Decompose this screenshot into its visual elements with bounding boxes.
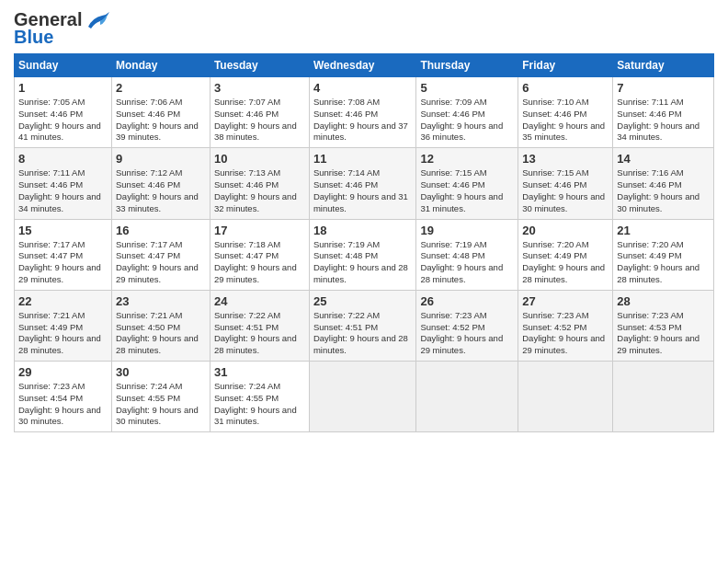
calendar-cell: 14 Sunrise: 7:16 AM Sunset: 4:46 PM Dayl… <box>613 148 714 219</box>
sunrise-label: Sunrise: 7:19 AM <box>313 239 380 249</box>
daylight-label: Daylight: 9 hours and 30 minutes. <box>617 191 700 213</box>
day-number: 24 <box>214 294 305 308</box>
sunset-label: Sunset: 4:55 PM <box>116 393 180 403</box>
calendar-header-row: SundayMondayTuesdayWednesdayThursdayFrid… <box>15 54 714 77</box>
cell-content: Sunrise: 7:10 AM Sunset: 4:46 PM Dayligh… <box>522 97 609 144</box>
sunrise-label: Sunrise: 7:14 AM <box>313 167 380 178</box>
calendar-week-row: 15 Sunrise: 7:17 AM Sunset: 4:47 PM Dayl… <box>15 219 714 290</box>
cell-content: Sunrise: 7:17 AM Sunset: 4:47 PM Dayligh… <box>116 239 206 286</box>
sunset-label: Sunset: 4:49 PM <box>522 250 586 260</box>
sunset-label: Sunset: 4:46 PM <box>116 179 180 190</box>
sunset-label: Sunset: 4:54 PM <box>18 393 83 403</box>
daylight-label: Daylight: 9 hours and 29 minutes. <box>214 262 297 284</box>
day-number: 11 <box>313 152 412 166</box>
calendar-cell: 27 Sunrise: 7:23 AM Sunset: 4:52 PM Dayl… <box>518 290 613 361</box>
calendar-cell: 9 Sunrise: 7:12 AM Sunset: 4:46 PM Dayli… <box>112 148 210 219</box>
sunset-label: Sunset: 4:51 PM <box>214 322 279 332</box>
daylight-label: Daylight: 9 hours and 30 minutes. <box>18 405 101 427</box>
sunset-label: Sunset: 4:51 PM <box>313 322 378 332</box>
sunrise-label: Sunrise: 7:21 AM <box>116 310 182 320</box>
calendar-cell: 5 Sunrise: 7:09 AM Sunset: 4:46 PM Dayli… <box>416 77 518 148</box>
sunrise-label: Sunrise: 7:08 AM <box>313 97 380 107</box>
sunrise-label: Sunrise: 7:24 AM <box>214 381 280 391</box>
cell-content: Sunrise: 7:18 AM Sunset: 4:47 PM Dayligh… <box>214 239 305 286</box>
calendar-cell: 20 Sunrise: 7:20 AM Sunset: 4:49 PM Dayl… <box>518 219 613 290</box>
day-number: 20 <box>522 224 609 237</box>
cell-content: Sunrise: 7:05 AM Sunset: 4:46 PM Dayligh… <box>18 97 108 144</box>
calendar-cell: 4 Sunrise: 7:08 AM Sunset: 4:46 PM Dayli… <box>309 77 415 148</box>
sunset-label: Sunset: 4:49 PM <box>617 250 681 260</box>
sunrise-label: Sunrise: 7:23 AM <box>617 310 683 320</box>
sunrise-label: Sunrise: 7:21 AM <box>18 310 85 320</box>
day-number: 8 <box>18 152 108 166</box>
cell-content: Sunrise: 7:15 AM Sunset: 4:46 PM Dayligh… <box>522 167 609 214</box>
calendar-cell: 2 Sunrise: 7:06 AM Sunset: 4:46 PM Dayli… <box>112 77 210 148</box>
daylight-label: Daylight: 9 hours and 39 minutes. <box>116 121 199 143</box>
cell-content: Sunrise: 7:21 AM Sunset: 4:49 PM Dayligh… <box>18 310 108 357</box>
calendar-cell: 26 Sunrise: 7:23 AM Sunset: 4:52 PM Dayl… <box>416 290 518 361</box>
sunrise-label: Sunrise: 7:13 AM <box>214 167 280 178</box>
sunrise-label: Sunrise: 7:11 AM <box>18 167 85 178</box>
calendar-week-row: 29 Sunrise: 7:23 AM Sunset: 4:54 PM Dayl… <box>15 362 714 432</box>
sunrise-label: Sunrise: 7:17 AM <box>116 239 182 249</box>
sunset-label: Sunset: 4:46 PM <box>18 179 83 190</box>
day-number: 14 <box>617 152 710 166</box>
calendar-cell: 22 Sunrise: 7:21 AM Sunset: 4:49 PM Dayl… <box>15 290 112 361</box>
sunset-label: Sunset: 4:46 PM <box>617 179 681 190</box>
day-number: 16 <box>116 224 206 237</box>
daylight-label: Daylight: 9 hours and 28 minutes. <box>420 262 503 284</box>
calendar-cell: 7 Sunrise: 7:11 AM Sunset: 4:46 PM Dayli… <box>613 77 714 148</box>
calendar-cell: 17 Sunrise: 7:18 AM Sunset: 4:47 PM Dayl… <box>210 219 309 290</box>
day-number: 4 <box>313 81 412 95</box>
sunrise-label: Sunrise: 7:24 AM <box>116 381 182 391</box>
calendar-cell <box>613 362 714 432</box>
daylight-label: Daylight: 9 hours and 30 minutes. <box>522 191 605 213</box>
column-header-saturday: Saturday <box>613 54 714 77</box>
column-header-wednesday: Wednesday <box>309 54 415 77</box>
sunrise-label: Sunrise: 7:22 AM <box>214 310 280 320</box>
cell-content: Sunrise: 7:24 AM Sunset: 4:55 PM Dayligh… <box>214 381 305 428</box>
sunset-label: Sunset: 4:46 PM <box>313 179 378 190</box>
sunrise-label: Sunrise: 7:23 AM <box>420 310 486 320</box>
sunset-label: Sunset: 4:52 PM <box>420 322 484 332</box>
calendar-cell: 21 Sunrise: 7:20 AM Sunset: 4:49 PM Dayl… <box>613 219 714 290</box>
sunset-label: Sunset: 4:47 PM <box>116 250 180 260</box>
cell-content: Sunrise: 7:15 AM Sunset: 4:46 PM Dayligh… <box>420 167 514 214</box>
sunrise-label: Sunrise: 7:23 AM <box>18 381 85 391</box>
sunset-label: Sunset: 4:46 PM <box>522 109 586 119</box>
sunset-label: Sunset: 4:46 PM <box>420 179 484 190</box>
sunrise-label: Sunrise: 7:16 AM <box>617 167 683 178</box>
sunset-label: Sunset: 4:48 PM <box>313 250 378 260</box>
daylight-label: Daylight: 9 hours and 28 minutes. <box>313 262 408 284</box>
cell-content: Sunrise: 7:11 AM Sunset: 4:46 PM Dayligh… <box>18 167 108 214</box>
day-number: 2 <box>116 81 206 95</box>
cell-content: Sunrise: 7:12 AM Sunset: 4:46 PM Dayligh… <box>116 167 206 214</box>
daylight-label: Daylight: 9 hours and 37 minutes. <box>313 121 408 143</box>
logo: General Blue <box>14 9 111 48</box>
daylight-label: Daylight: 9 hours and 33 minutes. <box>116 191 199 213</box>
sunrise-label: Sunrise: 7:05 AM <box>18 97 85 107</box>
logo-bird-icon <box>84 10 111 30</box>
sunrise-label: Sunrise: 7:15 AM <box>522 167 588 178</box>
sunset-label: Sunset: 4:53 PM <box>617 322 681 332</box>
header: General Blue <box>14 9 714 48</box>
sunrise-label: Sunrise: 7:18 AM <box>214 239 280 249</box>
day-number: 19 <box>420 224 514 237</box>
sunrise-label: Sunrise: 7:15 AM <box>420 167 486 178</box>
cell-content: Sunrise: 7:23 AM Sunset: 4:54 PM Dayligh… <box>18 381 108 428</box>
day-number: 15 <box>18 224 108 237</box>
sunset-label: Sunset: 4:46 PM <box>214 179 279 190</box>
daylight-label: Daylight: 9 hours and 29 minutes. <box>116 262 199 284</box>
sunrise-label: Sunrise: 7:20 AM <box>617 239 683 249</box>
day-number: 6 <box>522 81 609 95</box>
cell-content: Sunrise: 7:13 AM Sunset: 4:46 PM Dayligh… <box>214 167 305 214</box>
cell-content: Sunrise: 7:11 AM Sunset: 4:46 PM Dayligh… <box>617 97 710 144</box>
sunset-label: Sunset: 4:46 PM <box>522 179 586 190</box>
calendar-cell: 16 Sunrise: 7:17 AM Sunset: 4:47 PM Dayl… <box>112 219 210 290</box>
day-number: 31 <box>214 365 305 379</box>
calendar-cell: 30 Sunrise: 7:24 AM Sunset: 4:55 PM Dayl… <box>112 362 210 432</box>
calendar-cell: 24 Sunrise: 7:22 AM Sunset: 4:51 PM Dayl… <box>210 290 309 361</box>
sunset-label: Sunset: 4:47 PM <box>214 250 279 260</box>
daylight-label: Daylight: 9 hours and 41 minutes. <box>18 121 101 143</box>
calendar-week-row: 8 Sunrise: 7:11 AM Sunset: 4:46 PM Dayli… <box>15 148 714 219</box>
